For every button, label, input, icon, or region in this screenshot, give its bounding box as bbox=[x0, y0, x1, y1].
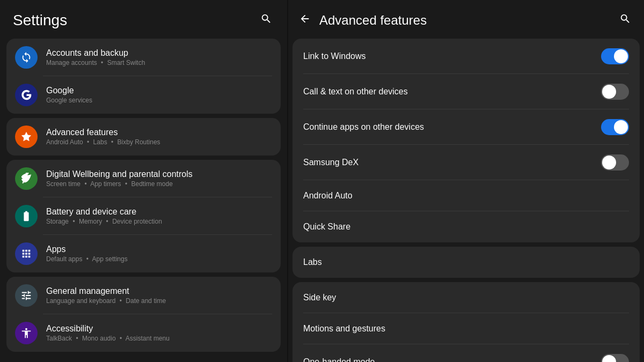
google-icon bbox=[15, 84, 38, 106]
back-button[interactable] bbox=[297, 11, 313, 30]
search-icon bbox=[619, 13, 631, 25]
advanced-item-motions-gestures[interactable]: Motions and gestures bbox=[292, 313, 640, 344]
apps-icon bbox=[15, 242, 38, 265]
digital-wellbeing-title: Digital Wellbeing and parental controls bbox=[46, 169, 272, 179]
general-management-text: General management Language and keyboard… bbox=[46, 286, 272, 305]
advanced-features-title: Advanced features bbox=[319, 13, 617, 28]
advanced-item-one-handed-mode[interactable]: One-handed mode bbox=[292, 344, 640, 362]
battery-icon bbox=[15, 205, 38, 227]
search-icon bbox=[260, 13, 272, 25]
accessibility-text: Accessibility TalkBack • Mono audio • As… bbox=[46, 324, 272, 342]
advanced-features-subtitle: Android Auto • Labs • Bixby Routines bbox=[46, 138, 272, 146]
advanced-header: Advanced features bbox=[288, 0, 644, 39]
labs-group: Labs bbox=[292, 247, 640, 278]
management-accessibility-group: General management Language and keyboard… bbox=[6, 277, 281, 352]
settings-item-general-management[interactable]: General management Language and keyboard… bbox=[6, 277, 281, 314]
settings-item-battery[interactable]: Battery and device care Storage • Memory… bbox=[6, 197, 281, 235]
toggle-knob bbox=[602, 156, 616, 169]
settings-item-google[interactable]: Google Google services bbox=[6, 76, 281, 114]
google-text: Google Google services bbox=[46, 86, 272, 104]
settings-item-apps[interactable]: Apps Default apps • App settings bbox=[6, 235, 281, 272]
settings-sliders-icon bbox=[20, 290, 32, 301]
settings-item-accessibility[interactable]: Accessibility TalkBack • Mono audio • As… bbox=[6, 314, 281, 352]
google-subtitle: Google services bbox=[46, 97, 272, 104]
settings-search-button[interactable] bbox=[258, 11, 274, 30]
toggle-knob bbox=[602, 355, 616, 362]
google-title: Google bbox=[46, 86, 272, 95]
one-handed-mode-label: One-handed mode bbox=[303, 357, 601, 362]
quick-share-label: Quick Share bbox=[303, 222, 629, 232]
samsung-dex-label: Samsung DeX bbox=[303, 158, 601, 167]
accessibility-subtitle: TalkBack • Mono audio • Assistant menu bbox=[46, 335, 272, 342]
continue-apps-label: Continue apps on other devices bbox=[303, 122, 601, 132]
settings-list: Accounts and backup Manage accounts • Sm… bbox=[0, 39, 287, 362]
advanced-item-quick-share[interactable]: Quick Share bbox=[292, 211, 640, 242]
back-arrow-icon bbox=[299, 13, 311, 25]
advanced-item-android-auto[interactable]: Android Auto bbox=[292, 180, 640, 211]
general-management-title: General management bbox=[46, 286, 272, 296]
accounts-backup-subtitle: Manage accounts • Smart Switch bbox=[46, 59, 272, 67]
battery-subtitle: Storage • Memory • Device protection bbox=[46, 218, 272, 225]
android-auto-label: Android Auto bbox=[303, 191, 629, 201]
apps-subtitle: Default apps • App settings bbox=[46, 255, 272, 263]
management-icon bbox=[15, 284, 38, 307]
advanced-item-labs[interactable]: Labs bbox=[292, 247, 640, 278]
advanced-icon bbox=[15, 125, 38, 148]
battery-title: Battery and device care bbox=[46, 207, 272, 217]
one-handed-mode-toggle[interactable] bbox=[601, 354, 629, 362]
continue-apps-toggle[interactable] bbox=[601, 119, 629, 135]
accounts-sync-icon bbox=[20, 51, 32, 63]
accessibility-title: Accessibility bbox=[46, 324, 272, 334]
link-to-windows-label: Link to Windows bbox=[303, 51, 601, 61]
advanced-item-side-key[interactable]: Side key bbox=[292, 282, 640, 313]
settings-header: Settings bbox=[0, 0, 287, 39]
google-g-icon bbox=[20, 89, 32, 101]
advanced-features-list: Link to Windows Call & text on other dev… bbox=[288, 39, 644, 362]
apps-title: Apps bbox=[46, 245, 272, 254]
advanced-item-call-text[interactable]: Call & text on other devices bbox=[292, 74, 640, 109]
battery-full-icon bbox=[20, 210, 32, 222]
advanced-features-title: Advanced features bbox=[46, 128, 272, 137]
leaf-icon bbox=[20, 173, 32, 184]
toggle-knob bbox=[614, 120, 628, 134]
accounts-backup-title: Accounts and backup bbox=[46, 48, 272, 58]
apps-grid-icon bbox=[20, 248, 32, 260]
digital-wellbeing-subtitle: Screen time • App timers • Bedtime mode bbox=[46, 180, 272, 188]
advanced-search-button[interactable] bbox=[617, 11, 633, 30]
advanced-item-samsung-dex[interactable]: Samsung DeX bbox=[292, 145, 640, 180]
wellbeing-battery-apps-group: Digital Wellbeing and parental controls … bbox=[6, 160, 281, 272]
link-to-windows-toggle[interactable] bbox=[601, 48, 629, 64]
accessibility-icon bbox=[15, 322, 38, 344]
settings-panel: Settings Accounts and backup Manage acco… bbox=[0, 0, 287, 362]
settings-title: Settings bbox=[13, 12, 67, 29]
samsung-dex-toggle[interactable] bbox=[601, 154, 629, 171]
toggle-knob bbox=[614, 49, 628, 63]
accounts-google-group: Accounts and backup Manage accounts • Sm… bbox=[6, 39, 281, 114]
accessibility-person-icon bbox=[20, 327, 32, 339]
side-key-label: Side key bbox=[303, 293, 629, 302]
advanced-features-panel: Advanced features Link to Windows Call &… bbox=[287, 0, 644, 362]
wellbeing-icon bbox=[15, 167, 38, 190]
general-management-subtitle: Language and keyboard • Date and time bbox=[46, 297, 272, 305]
settings-item-digital-wellbeing[interactable]: Digital Wellbeing and parental controls … bbox=[6, 160, 281, 197]
call-text-label: Call & text on other devices bbox=[303, 87, 601, 97]
digital-wellbeing-text: Digital Wellbeing and parental controls … bbox=[46, 169, 272, 188]
apps-text: Apps Default apps • App settings bbox=[46, 245, 272, 263]
labs-label: Labs bbox=[303, 257, 629, 267]
settings-item-accounts-backup[interactable]: Accounts and backup Manage accounts • Sm… bbox=[6, 39, 281, 76]
call-text-toggle[interactable] bbox=[601, 84, 629, 100]
motions-gestures-label: Motions and gestures bbox=[303, 324, 629, 334]
accounts-icon bbox=[15, 46, 38, 69]
accounts-backup-text: Accounts and backup Manage accounts • Sm… bbox=[46, 48, 272, 67]
side-key-group: Side key Motions and gestures One-handed… bbox=[292, 282, 640, 362]
toggle-knob bbox=[602, 85, 616, 99]
advanced-item-link-to-windows[interactable]: Link to Windows bbox=[292, 39, 640, 74]
settings-item-advanced-features[interactable]: Advanced features Android Auto • Labs • … bbox=[6, 118, 281, 156]
advanced-main-group: Link to Windows Call & text on other dev… bbox=[292, 39, 640, 242]
advanced-features-text: Advanced features Android Auto • Labs • … bbox=[46, 128, 272, 146]
advanced-features-group: Advanced features Android Auto • Labs • … bbox=[6, 118, 281, 156]
advanced-item-continue-apps[interactable]: Continue apps on other devices bbox=[292, 109, 640, 145]
star-icon bbox=[20, 131, 32, 143]
battery-text: Battery and device care Storage • Memory… bbox=[46, 207, 272, 225]
